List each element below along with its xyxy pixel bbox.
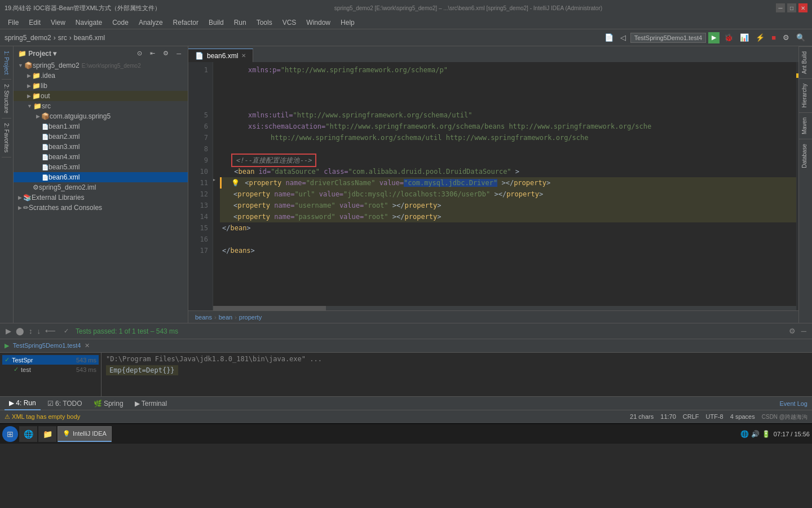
structure-panel-tab[interactable]: 2: Structure (2, 80, 11, 119)
status-line-ending[interactable]: CRLF (683, 413, 699, 421)
scroll-stripe[interactable] (796, 62, 798, 310)
tree-scratches[interactable]: ▶ ✏ Scratches and Consoles (14, 203, 188, 213)
run-tab-label[interactable]: ▶ TestSpring5Demo1.test4 ✕ (5, 342, 90, 349)
tree-bean4[interactable]: 📄 bean4.xml (14, 152, 188, 162)
hierarchy-tab[interactable]: Hierarchy (799, 78, 812, 112)
breadcrumb-beans[interactable]: beans (195, 314, 212, 321)
tab-run[interactable]: ▶ 4: Run (5, 397, 41, 410)
panel-debug-button[interactable]: ⬤ (15, 326, 25, 336)
menu-window[interactable]: Window (302, 17, 335, 28)
minimize-button[interactable]: ─ (776, 3, 785, 12)
menu-view[interactable]: View (46, 17, 70, 28)
settings-button[interactable]: ⚙ (780, 32, 792, 43)
menu-analyze[interactable]: Analyze (134, 17, 167, 28)
panel-run-button[interactable]: ▶ (5, 326, 12, 336)
comment-box: <!--直接配置连接池--> (231, 154, 316, 167)
panel-filter-button[interactable]: ↓ (36, 326, 42, 336)
nav-back-button[interactable]: ◁ (618, 32, 628, 43)
taskbar-idea[interactable]: 💡 IntelliJ IDEA (58, 426, 112, 442)
tree-out[interactable]: ▶ 📁 out (14, 91, 188, 101)
tree-external-libs[interactable]: ▶ 📚 External Libraries (14, 192, 188, 203)
run-sidebar-testspr[interactable]: ✓ TestSpr 543 ms (2, 355, 99, 365)
tab-spring[interactable]: 🌿 Spring (89, 397, 128, 410)
project-panel-tab[interactable]: 1: Project (2, 46, 11, 80)
scrollbar-thumb[interactable] (213, 306, 326, 310)
code-line-14: <property name="password" value="root" >… (220, 211, 796, 222)
search-button[interactable]: 🔍 (794, 32, 807, 43)
csdn-label: CSDN @跨越海沟 (762, 413, 807, 421)
coverage-button[interactable]: 📊 (738, 32, 751, 43)
debug-button[interactable]: 🐞 (722, 32, 735, 43)
menu-file[interactable]: File (3, 17, 23, 28)
menu-edit[interactable]: Edit (24, 17, 45, 28)
tray-network: 🌐 (740, 430, 749, 438)
tree-bean2[interactable]: 📄 bean2.xml (14, 132, 188, 142)
code-line-17: ▸ </beans> (220, 245, 796, 256)
editor-area: 📄 bean6.xml ✕ 1 5 6 7 8 9 10 (188, 46, 798, 323)
tree-idea[interactable]: ▶ 📁 .idea (14, 71, 188, 81)
run-button[interactable]: ▶ (708, 32, 720, 43)
maximize-button[interactable]: □ (787, 3, 796, 12)
database-tab[interactable]: Database (799, 139, 812, 173)
favorites-panel-tab[interactable]: 2: Favorites (2, 119, 11, 157)
menu-build[interactable]: Build (204, 17, 228, 28)
tab-terminal[interactable]: ▶ Terminal (130, 397, 171, 410)
breadcrumb-property[interactable]: property (239, 314, 262, 321)
menu-vcs[interactable]: VCS (278, 17, 301, 28)
status-encoding[interactable]: UTF-8 (706, 413, 723, 421)
tree-src[interactable]: ▼ 📁 src (14, 101, 188, 111)
run-sidebar-test[interactable]: ✓ test 543 ms (2, 365, 99, 374)
tab-todo[interactable]: ☑ 6: TODO (43, 397, 87, 410)
horizontal-scrollbar[interactable] (213, 306, 796, 310)
run-status-text: Tests passed: 1 of 1 test – 543 ms (76, 327, 178, 335)
locate-file-button[interactable]: ⊙ (135, 49, 144, 58)
event-log-label[interactable]: Event Log (779, 400, 807, 407)
settings-tree-button[interactable]: ⚙ (161, 49, 171, 58)
panel-sort-button[interactable]: ↕ (28, 326, 34, 336)
tree-lib[interactable]: ▶ 📁 lib (14, 81, 188, 91)
panel-settings-button[interactable]: ⚙ (788, 326, 797, 336)
status-bar: ⚠ XML tag has empty body 21 chars 11:70 … (0, 410, 812, 423)
tab-close-button[interactable]: ✕ (241, 52, 246, 59)
tree-spring5demo2[interactable]: ▼ 📦 spring5_demo2 E:\work\spring5_demo2 (14, 60, 188, 71)
run-tab-close[interactable]: ✕ (85, 342, 90, 349)
menu-tools[interactable]: Tools (252, 17, 277, 28)
stop-button[interactable]: ■ (769, 32, 778, 43)
explorer-button[interactable]: 📁 (38, 426, 56, 442)
menu-code[interactable]: Code (108, 17, 133, 28)
tree-iml[interactable]: ⚙ spring5_demo2.iml (14, 182, 188, 192)
code-lines[interactable]: xmlns:p="http://www.springframework.org/… (213, 62, 796, 310)
tree-bean1[interactable]: 📄 bean1.xml (14, 121, 188, 132)
tree-package[interactable]: ▶ 📦 com.atguigu.spring5 (14, 111, 188, 121)
breadcrumb-bean[interactable]: bean (219, 314, 232, 321)
start-button[interactable]: ⊞ (2, 426, 18, 442)
close-button[interactable]: ✕ (798, 3, 807, 12)
collapse-all-button[interactable]: ⇤ (148, 49, 157, 58)
code-editor[interactable]: 1 5 6 7 8 9 10 11 12 13 14 15 16 1 (188, 62, 798, 310)
panel-close-button[interactable]: ─ (800, 326, 807, 336)
menu-refactor[interactable]: Refactor (169, 17, 203, 28)
status-indent[interactable]: 4 spaces (730, 413, 755, 421)
menu-run[interactable]: Run (230, 17, 251, 28)
profile-button[interactable]: ⚡ (753, 32, 767, 43)
tree-bean5[interactable]: 📄 bean5.xml (14, 162, 188, 172)
menu-help[interactable]: Help (336, 17, 359, 28)
status-position[interactable]: 11:70 (660, 413, 676, 421)
run-config-selector[interactable]: TestSpring5Demo1.test4 (630, 33, 706, 43)
browser-button[interactable]: 🌐 (19, 426, 37, 442)
maven-tab[interactable]: Maven (799, 112, 812, 139)
ant-build-tab[interactable]: Ant Build (799, 46, 812, 78)
code-line-8 (220, 143, 796, 155)
tab-bean6[interactable]: 📄 bean6.xml ✕ (188, 49, 253, 62)
status-warning: ⚠ XML tag has empty body (5, 413, 80, 421)
close-tree-button[interactable]: ─ (174, 49, 183, 58)
panel-arrow-left[interactable]: ⟵ (44, 326, 57, 336)
new-file-button[interactable]: 📄 (602, 32, 616, 43)
breadcrumb-project[interactable]: spring5_demo2 (5, 34, 51, 42)
line-numbers: 1 5 6 7 8 9 10 11 12 13 14 15 16 1 (188, 62, 213, 310)
breadcrumb-bean6[interactable]: bean6.xml (74, 34, 105, 42)
tree-bean6[interactable]: 📄 bean6.xml (14, 172, 188, 182)
breadcrumb-src[interactable]: src (58, 34, 67, 42)
tree-bean3[interactable]: 📄 bean3.xml (14, 142, 188, 152)
menu-navigate[interactable]: Navigate (71, 17, 107, 28)
